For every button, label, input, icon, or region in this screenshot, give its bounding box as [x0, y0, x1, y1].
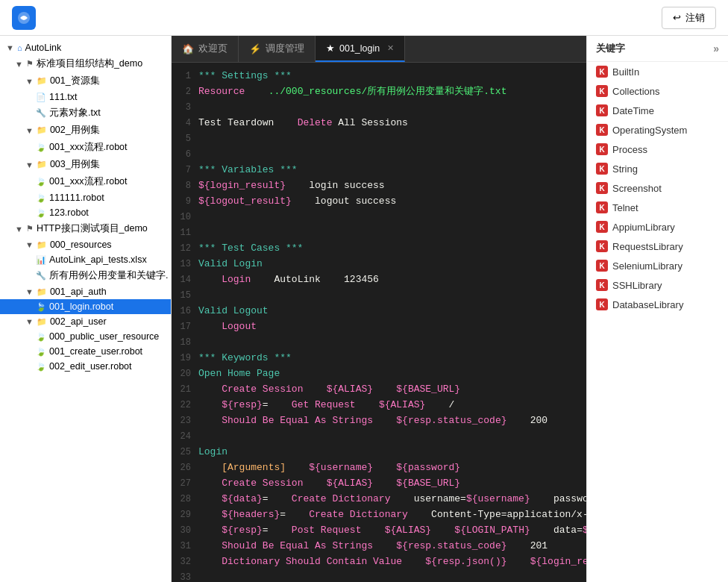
keyword-item-datetime[interactable]: K DateTime [587, 101, 728, 120]
keyword-item-builtin[interactable]: K BuiltIn [587, 62, 728, 81]
keyword-item-process[interactable]: K Process [587, 140, 728, 159]
code-line: 1 *** Settings *** [172, 69, 586, 84]
robot-file-icon: 🍃 [36, 208, 46, 218]
code-line: 11 [172, 225, 586, 241]
tab-welcome[interactable]: 🏠 欢迎页 [172, 36, 239, 62]
code-line: 5 [172, 131, 586, 147]
keyword-badge: K [596, 201, 608, 213]
sidebar-file1-label: 111.txt [49, 92, 78, 102]
code-line: 25 Login [172, 445, 586, 460]
keyword-label: OperatingSystem [612, 125, 687, 136]
code-line: 13 Valid Login [172, 257, 586, 272]
tab-debug[interactable]: ⚡ 调度管理 [239, 36, 316, 62]
keyword-item-string[interactable]: K String [587, 159, 728, 178]
topbar: ↩ 注销 [0, 0, 728, 36]
sidebar-item-file2[interactable]: 🔧 元素对象.txt [0, 104, 171, 122]
chevron-down-icon: ▼ [25, 240, 34, 249]
tab-close-icon[interactable]: ✕ [387, 43, 394, 53]
logout-label: 注销 [685, 11, 705, 25]
sidebar-item-cases2[interactable]: ▼ 📁 003_用例集 [0, 156, 171, 173]
sidebar-root-label: AutoLink [25, 43, 62, 53]
sidebar-item-res1[interactable]: ▼ 📁 001_资源集 [0, 72, 171, 90]
sidebar-item-file4[interactable]: 🍃 001_xxx流程.robot [0, 173, 171, 190]
keyword-label: DateTime [612, 105, 654, 116]
keyword-label: SSHLibrary [612, 280, 662, 291]
code-line: 9 ${logout_result} logout success [172, 194, 586, 210]
debug-tab-icon: ⚡ [249, 43, 261, 54]
keyword-badge: K [596, 124, 608, 136]
sidebar-auth-label: 001_api_auth [50, 287, 107, 297]
sidebar-item-res2[interactable]: ▼ 📁 000_resources [0, 237, 171, 252]
code-line: 14 Login AutoLink 123456 [172, 272, 586, 288]
code-line: 30 ${resp}= Post Request ${ALIAS} ${LOGI… [172, 523, 586, 539]
code-line: 6 [172, 147, 586, 163]
code-line: 31 Should Be Equal As Strings ${resp.sta… [172, 539, 586, 554]
sidebar-file4-label: 001_xxx流程.robot [49, 175, 128, 188]
code-line: 22 ${resp}= Get Request ${ALIAS} / [172, 398, 586, 413]
sidebar-item-file7[interactable]: 📊 AutoLink_api_tests.xlsx [0, 252, 171, 267]
sidebar-file6-label: 123.robot [49, 207, 89, 218]
sidebar-item-auth[interactable]: ▼ 📁 001_api_auth [0, 284, 171, 299]
sidebar-item-file5[interactable]: 🍃 111111.robot [0, 190, 171, 205]
keyword-item-selenium[interactable]: K SeleniumLibrary [587, 256, 728, 275]
sidebar-item-file11[interactable]: 🍃 001_create_user.robot [0, 344, 171, 359]
code-line: 12 *** Test Cases *** [172, 241, 586, 257]
keyword-badge: K [596, 163, 608, 175]
sidebar-file11-label: 001_create_user.robot [49, 346, 142, 357]
sidebar-item-user[interactable]: ▼ 📁 002_api_user [0, 314, 171, 329]
code-line: 19 *** Keywords *** [172, 351, 586, 366]
keyword-badge: K [596, 143, 608, 155]
keyword-item-collections[interactable]: K Collections [587, 81, 728, 101]
code-line: 2 Resource ../000_resources/所有用例公用变量和关键字… [172, 84, 586, 100]
keyword-item-database[interactable]: K DatabaseLibrary [587, 295, 728, 314]
chevron-down-icon: ▼ [15, 60, 23, 69]
tab-welcome-label: 欢迎页 [198, 43, 228, 55]
robot-file-icon: 🍃 [36, 332, 46, 342]
keyword-label: AppiumLibrary [612, 222, 675, 233]
keyword-label: BuiltIn [612, 66, 639, 78]
sidebar-file3-label: 001_xxx流程.robot [49, 141, 128, 154]
folder-icon: 📁 [37, 160, 47, 169]
sidebar-res1-label: 001_资源集 [50, 75, 100, 87]
sidebar-item-file3[interactable]: 🍃 001_xxx流程.robot [0, 139, 171, 156]
keyword-label: Process [612, 144, 647, 155]
code-editor[interactable]: 1 *** Settings *** 2 Resource ../000_res… [172, 63, 586, 582]
keyword-label: Collections [612, 86, 660, 97]
folder-icon: 📁 [37, 317, 47, 327]
keyword-item-appium[interactable]: K AppiumLibrary [587, 217, 728, 237]
home-tab-icon: 🏠 [182, 43, 194, 54]
sidebar-item-project2[interactable]: ▼ ⚑ HTTP接口测试项目_demo [0, 220, 171, 237]
keyword-item-screenshot[interactable]: K Screenshot [587, 178, 728, 198]
chevron-down-icon: ▼ [6, 43, 14, 52]
code-line: 26 [Arguments] ${username} ${password} [172, 460, 586, 476]
code-line: 4 Test Teardown Delete All Sessions [172, 116, 586, 131]
sidebar-item-file6[interactable]: 🍃 123.robot [0, 205, 171, 220]
sidebar-item-file9[interactable]: 🍃 001_login.robot [0, 299, 171, 314]
logout-button[interactable]: ↩ 注销 [662, 7, 716, 29]
code-line: 16 Valid Logout [172, 304, 586, 319]
sidebar-item-file12[interactable]: 🍃 002_edit_user.robot [0, 359, 171, 374]
code-line: 15 [172, 288, 586, 304]
sidebar-item-file1[interactable]: 📄 111.txt [0, 90, 171, 104]
keyword-item-requests[interactable]: K RequestsLibrary [587, 237, 728, 256]
component-icon: 🔧 [36, 271, 46, 281]
keyword-item-ssh[interactable]: K SSHLibrary [587, 275, 728, 295]
sidebar-item-root[interactable]: ▼ ⌂ AutoLink [0, 40, 171, 55]
robot-file-icon: 🍃 [36, 347, 46, 357]
sidebar-item-project1[interactable]: ▼ ⚑ 标准项目组织结构_demo [0, 55, 171, 72]
sidebar-item-file10[interactable]: 🍃 000_public_user_resource [0, 329, 171, 344]
keyword-item-os[interactable]: K OperatingSystem [587, 120, 728, 140]
tab-file[interactable]: ★ 001_login ✕ [316, 36, 405, 62]
sidebar-file7-label: AutoLink_api_tests.xlsx [49, 254, 147, 265]
expand-button[interactable]: » [713, 43, 719, 54]
keyword-item-telnet[interactable]: K Telnet [587, 198, 728, 217]
sidebar-item-file8[interactable]: 🔧 所有用例公用变量和关键字. [0, 267, 171, 284]
keyword-badge: K [596, 182, 608, 194]
tab-debug-label: 调度管理 [266, 43, 304, 55]
sidebar-item-cases1[interactable]: ▼ 📁 002_用例集 [0, 122, 171, 139]
file-tree-sidebar: ▼ ⌂ AutoLink ▼ ⚑ 标准项目组织结构_demo ▼ 📁 001_资… [0, 36, 172, 582]
keywords-title: 关键字 [596, 42, 625, 55]
keyword-badge: K [596, 240, 608, 252]
editor-tabs: 🏠 欢迎页 ⚡ 调度管理 ★ 001_login ✕ [172, 36, 586, 63]
sidebar-cases1-label: 002_用例集 [50, 124, 100, 137]
